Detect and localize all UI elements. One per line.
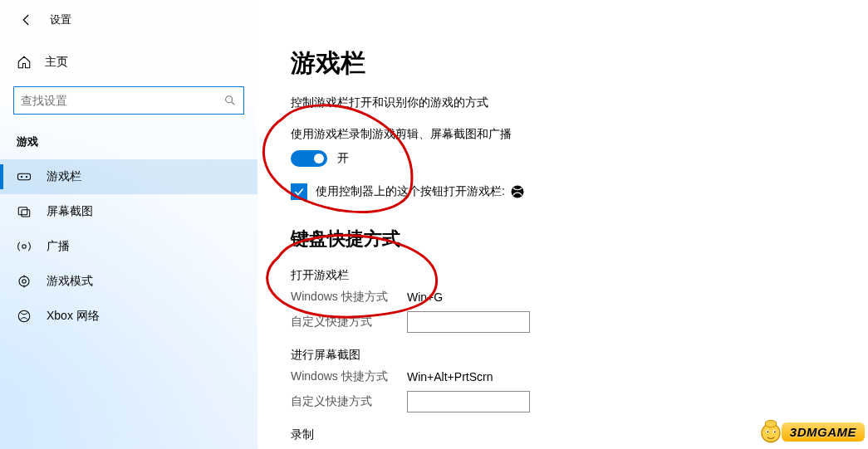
svg-point-9: [22, 280, 27, 284]
svg-point-0: [226, 96, 233, 103]
xbox-icon: [17, 309, 32, 324]
search-icon: [223, 94, 237, 107]
windows-shortcut-value: Win+G: [407, 290, 443, 304]
svg-point-7: [22, 245, 27, 249]
gamebar-icon: [17, 169, 32, 184]
custom-shortcut-label: 自定义快捷方式: [291, 394, 407, 409]
search-input[interactable]: [21, 94, 223, 107]
sidebar-item-label: Xbox 网络: [47, 309, 100, 324]
custom-shortcut-input-open[interactable]: [407, 311, 530, 333]
gamemode-icon: [17, 274, 32, 289]
captures-icon: [17, 204, 32, 219]
svg-point-4: [26, 176, 27, 178]
titlebar: 设置: [0, 0, 257, 40]
check-icon: [293, 186, 305, 198]
sidebar-item-gamebar[interactable]: 游戏栏: [0, 159, 257, 194]
toggle-section-title: 使用游戏栏录制游戏剪辑、屏幕截图和广播: [291, 127, 835, 142]
gamebar-toggle[interactable]: [291, 150, 327, 167]
sidebar-item-gamemode[interactable]: 游戏模式: [0, 264, 257, 299]
custom-shortcut-label: 自定义快捷方式: [291, 315, 407, 329]
svg-rect-6: [22, 210, 30, 217]
controller-checkbox[interactable]: [291, 183, 307, 200]
svg-point-3: [21, 176, 22, 178]
window-title: 设置: [50, 12, 71, 27]
sidebar-nav: 游戏栏 屏幕截图 广播 游戏模式: [0, 159, 257, 334]
home-link[interactable]: 主页: [0, 46, 257, 78]
svg-point-13: [511, 186, 523, 198]
arrow-left-icon: [19, 12, 34, 27]
svg-point-12: [18, 310, 30, 322]
page-title: 游戏栏: [291, 46, 835, 81]
sidebar: 设置 主页 游戏 游戏栏: [0, 0, 257, 449]
shortcuts-heading: 键盘快捷方式: [291, 227, 835, 251]
search-input-wrap[interactable]: [13, 86, 244, 115]
shortcut-group-title: 打开游戏栏: [291, 268, 835, 283]
svg-rect-5: [18, 207, 27, 215]
back-button[interactable]: [10, 7, 43, 33]
sidebar-item-label: 广播: [47, 239, 70, 254]
sidebar-item-captures[interactable]: 屏幕截图: [0, 194, 257, 229]
shortcut-group-open: 打开游戏栏 Windows 快捷方式 Win+G 自定义快捷方式: [291, 268, 835, 333]
sidebar-section-label: 游戏: [0, 128, 257, 159]
svg-line-1: [232, 102, 234, 105]
home-label: 主页: [45, 55, 68, 70]
controller-checkbox-label: 使用控制器上的这个按钮打开游戏栏:: [316, 184, 505, 199]
svg-point-8: [19, 276, 29, 286]
custom-shortcut-input-screenshot[interactable]: [407, 391, 530, 412]
page-description: 控制游戏栏打开和识别你的游戏的方式: [291, 95, 835, 110]
toggle-state-label: 开: [337, 151, 349, 166]
broadcast-icon: [17, 239, 32, 254]
windows-shortcut-label: Windows 快捷方式: [291, 369, 407, 384]
content: 游戏栏 控制游戏栏打开和识别你的游戏的方式 使用游戏栏录制游戏剪辑、屏幕截图和广…: [257, 0, 868, 449]
home-icon: [17, 55, 32, 70]
sidebar-item-label: 游戏模式: [47, 274, 93, 289]
shortcut-group-title: 进行屏幕截图: [291, 348, 835, 363]
sidebar-item-xbox[interactable]: Xbox 网络: [0, 299, 257, 334]
sidebar-item-label: 游戏栏: [47, 169, 81, 184]
recording-label: 录制: [291, 427, 835, 442]
windows-shortcut-value: Win+Alt+PrtScrn: [407, 370, 493, 383]
sidebar-item-broadcast[interactable]: 广播: [0, 229, 257, 264]
toggle-knob: [314, 154, 324, 163]
shortcut-group-screenshot: 进行屏幕截图 Windows 快捷方式 Win+Alt+PrtScrn 自定义快…: [291, 348, 835, 412]
xbox-logo-icon: [510, 184, 525, 199]
sidebar-item-label: 屏幕截图: [47, 204, 93, 219]
svg-rect-2: [18, 173, 31, 180]
windows-shortcut-label: Windows 快捷方式: [291, 290, 407, 305]
